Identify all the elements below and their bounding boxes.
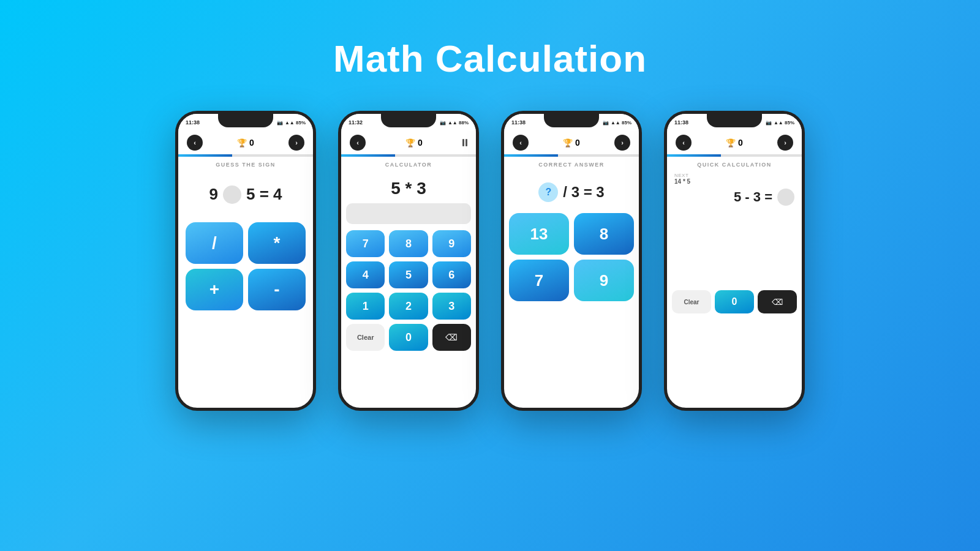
answer-7[interactable]: 7	[509, 260, 569, 301]
status-icons-4: 📷 ▲▲ 85%	[766, 120, 794, 126]
num-sm-4[interactable]: 4	[672, 236, 711, 260]
sign-divide[interactable]: /	[186, 222, 243, 264]
forward-button-1[interactable]: ›	[288, 135, 304, 151]
calc-equation: 5 * 3	[391, 179, 426, 198]
phones-row: 11:38 📷 ▲▲ 85% ‹ 🏆 0 › GUESS THE SIGN 9 …	[175, 111, 805, 411]
trophy-icon-2: 🏆	[405, 138, 415, 148]
notch-1	[218, 114, 273, 127]
num-sm-2[interactable]: 2	[715, 263, 754, 287]
sign-multiply[interactable]: *	[248, 222, 306, 264]
back-button-4[interactable]: ‹	[676, 135, 692, 151]
forward-button-4[interactable]: ›	[777, 135, 793, 151]
back-button-1[interactable]: ‹	[187, 135, 203, 151]
phone-content-4: NEXT 14 * 5 5 - 3 = 7 8 9 4 5 6 1 2 3 Cl…	[667, 170, 802, 408]
screen-label-3: CORRECT ANSWER	[504, 157, 639, 170]
screen-label-1: GUESS THE SIGN	[178, 157, 313, 170]
nav-bar-1: ‹ 🏆 0 ›	[178, 131, 313, 154]
num-sm-8[interactable]: 8	[715, 209, 754, 233]
quick-blank	[777, 189, 794, 206]
num-1[interactable]: 1	[346, 293, 385, 320]
num-6[interactable]: 6	[432, 261, 471, 288]
score-area-2: 🏆 0	[405, 138, 423, 148]
num-sm-3[interactable]: 3	[758, 263, 797, 287]
num-sm-5[interactable]: 5	[715, 236, 754, 260]
eq-left: 9	[209, 185, 217, 204]
phone-content-3: ? / 3 = 3 13 8 7 9	[504, 170, 639, 408]
calc-input-display[interactable]	[346, 203, 471, 224]
zero-button-4[interactable]: 0	[715, 290, 754, 313]
score-area-3: 🏆 0	[563, 138, 580, 148]
clear-button-2[interactable]: Clear	[346, 324, 385, 351]
forward-button-3[interactable]: ›	[614, 135, 630, 151]
score-area-1: 🏆 0	[237, 138, 254, 148]
screen-label-4: QUICK CALCULATION	[667, 157, 802, 170]
score-1: 0	[249, 138, 254, 148]
status-time-3: 11:38	[511, 119, 526, 126]
next-label: NEXT	[674, 173, 688, 178]
score-4: 0	[738, 138, 743, 148]
score-area-4: 🏆 0	[726, 138, 743, 148]
num-9[interactable]: 9	[432, 230, 471, 257]
num-4[interactable]: 4	[346, 261, 385, 288]
num-sm-9[interactable]: 9	[758, 209, 797, 233]
trophy-icon-3: 🏆	[563, 138, 573, 148]
answer-grid: 13 8 7 9	[509, 213, 634, 301]
notch-3	[544, 114, 599, 127]
back-button-2[interactable]: ‹	[350, 135, 366, 151]
status-time-4: 11:38	[674, 119, 688, 126]
status-icons-3: 📷 ▲▲ 85%	[603, 120, 631, 126]
next-val: 14 * 5	[674, 178, 690, 185]
clear-button-4[interactable]: Clear	[672, 290, 711, 313]
bottom-row-2: Clear 0 ⌫	[346, 324, 471, 351]
sign-buttons: / * + -	[183, 222, 308, 310]
notch-2	[381, 114, 436, 127]
num-8[interactable]: 8	[389, 230, 428, 257]
numpad-2: 7 8 9 4 5 6 1 2 3	[346, 230, 471, 320]
eq-right: 5 = 4	[246, 185, 282, 204]
nav-bar-4: ‹ 🏆 0 ›	[667, 131, 802, 154]
back-button-3[interactable]: ‹	[513, 135, 529, 151]
question-circle: ?	[538, 182, 558, 202]
num-3[interactable]: 3	[432, 293, 471, 320]
bottom-row-4: Clear 0 ⌫	[672, 290, 797, 313]
status-time-1: 11:38	[186, 119, 200, 126]
score-2: 0	[418, 138, 423, 148]
notch-4	[707, 114, 762, 127]
status-icons-2: 📷 ▲▲ 88%	[440, 120, 469, 126]
num-2[interactable]: 2	[389, 293, 428, 320]
phone-3: 11:38 📷 ▲▲ 85% ‹ 🏆 0 › CORRECT ANSWER ? …	[501, 111, 642, 411]
nav-bar-2: ‹ 🏆 0	[341, 131, 476, 154]
quick-eq-text: 5 - 3 =	[734, 189, 772, 205]
sign-minus[interactable]: -	[248, 269, 306, 310]
answer-8[interactable]: 8	[574, 213, 634, 255]
phone-4: 11:38 📷 ▲▲ 85% ‹ 🏆 0 › QUICK CALCULATION…	[664, 111, 805, 411]
status-icons-1: 📷 ▲▲ 85%	[277, 120, 306, 126]
trophy-icon-4: 🏆	[726, 138, 736, 148]
quick-eq-row: 5 - 3 =	[672, 186, 797, 209]
sign-plus[interactable]: +	[186, 269, 243, 310]
guess-equation: 9 5 = 4	[209, 185, 282, 204]
backspace-button-2[interactable]: ⌫	[432, 324, 471, 351]
numpad-4: 7 8 9 4 5 6 1 2 3	[672, 209, 797, 287]
trophy-icon-1: 🏆	[237, 138, 247, 148]
answer-13[interactable]: 13	[509, 213, 569, 255]
answer-9[interactable]: 9	[574, 260, 634, 301]
phone-content-2: 5 * 3 7 8 9 4 5 6 1 2 3 Clear 0 ⌫	[341, 170, 476, 408]
phone-1: 11:38 📷 ▲▲ 85% ‹ 🏆 0 › GUESS THE SIGN 9 …	[175, 111, 316, 411]
page-title: Math Calculation	[333, 37, 647, 80]
num-5[interactable]: 5	[389, 261, 428, 288]
correct-equation: ? / 3 = 3	[538, 182, 604, 202]
screen-label-2: CALCULATOR	[341, 157, 476, 170]
num-sm-1[interactable]: 1	[672, 263, 711, 287]
status-time-2: 11:32	[349, 119, 363, 126]
backspace-button-4[interactable]: ⌫	[758, 290, 797, 313]
zero-button-2[interactable]: 0	[389, 324, 428, 351]
pause-button-2[interactable]	[462, 139, 467, 146]
phone-content-1: 9 5 = 4 / * + -	[178, 170, 313, 408]
num-7[interactable]: 7	[346, 230, 385, 257]
num-sm-7[interactable]: 7	[672, 209, 711, 233]
num-sm-6[interactable]: 6	[758, 236, 797, 260]
score-3: 0	[575, 138, 580, 148]
eq-rest: / 3 = 3	[563, 184, 604, 201]
guess-blank	[223, 186, 241, 204]
